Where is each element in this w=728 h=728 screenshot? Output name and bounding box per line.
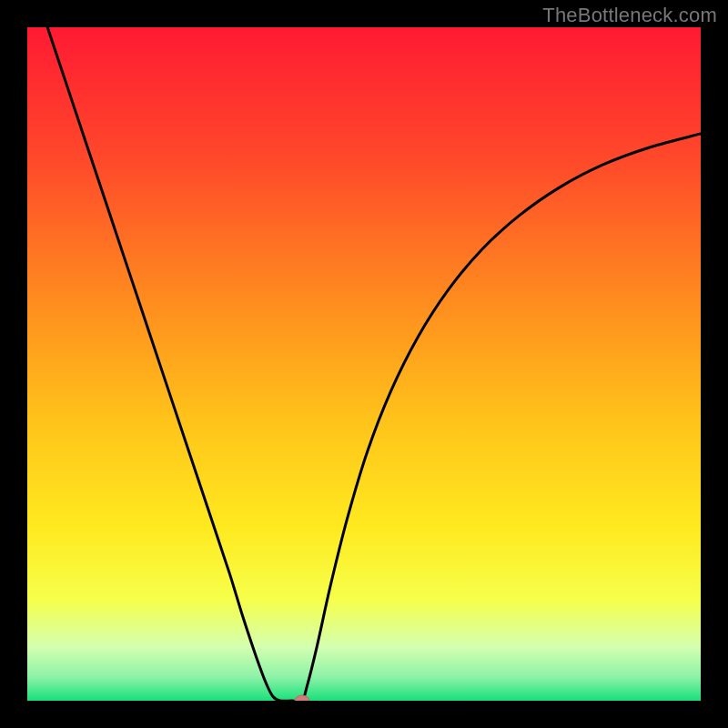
chart-stage: TheBottleneck.com <box>0 0 728 728</box>
watermark-text: TheBottleneck.com <box>542 4 717 27</box>
plot-background <box>27 27 701 701</box>
bottleneck-plot <box>27 27 701 701</box>
